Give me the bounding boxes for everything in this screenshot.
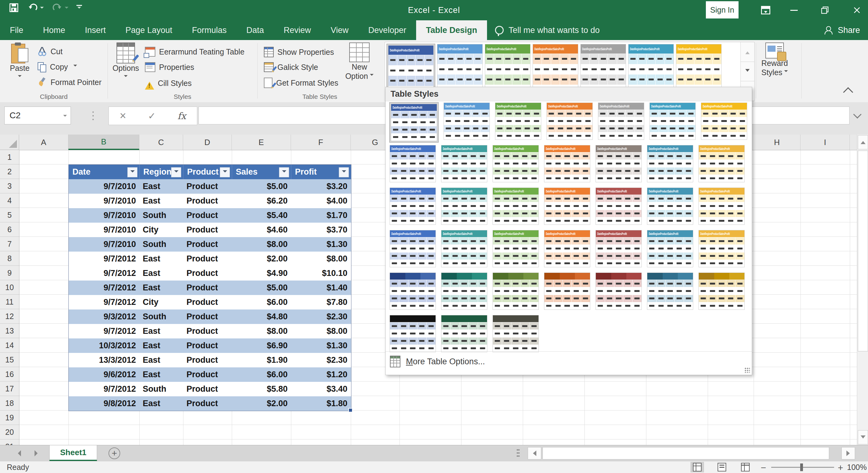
filter-button[interactable] xyxy=(279,167,289,177)
style-thumbnail-r5c6[interactable] xyxy=(647,273,693,310)
table-cell[interactable]: $5.40 xyxy=(232,208,291,223)
ribbon-tab-view[interactable]: View xyxy=(321,20,359,40)
table-cell[interactable]: $4.80 xyxy=(232,309,291,324)
row-header-19[interactable]: 19 xyxy=(0,410,19,425)
style-thumbnail-r4c4[interactable]: DateRegionProductSalesProfit xyxy=(544,230,590,267)
format-painter-button[interactable]: Format Pointer xyxy=(38,78,101,87)
row-header-16[interactable]: 16 xyxy=(0,367,19,381)
table-cell[interactable]: Product xyxy=(183,223,232,237)
table-cell[interactable]: $10.10 xyxy=(291,266,351,280)
table-cell[interactable]: $1.30 xyxy=(291,338,351,353)
table-cell[interactable]: City xyxy=(140,223,183,237)
style-thumbnail-r3c1[interactable]: DateRegionProductSalesProfit xyxy=(390,188,436,225)
style-thumbnail-r2c4[interactable]: DateRegionProductSalesProfit xyxy=(544,145,590,182)
table-cell[interactable]: $6.20 xyxy=(232,194,291,208)
tell-me-box[interactable]: Tell me what wants to do xyxy=(495,20,600,40)
table-cell[interactable]: Product xyxy=(183,251,232,266)
cancel-icon[interactable]: × xyxy=(120,109,126,122)
style-thumbnail-r4c6[interactable]: DateRegionProductSalesProfit xyxy=(647,230,693,267)
get-format-styles-button[interactable]: Get Format Styles xyxy=(264,78,338,88)
row-header-1[interactable]: 1 xyxy=(0,150,19,164)
add-sheet-button[interactable]: + xyxy=(108,447,120,459)
table-cell[interactable]: East xyxy=(140,367,183,382)
table-cell[interactable]: 9/3/2012 xyxy=(69,309,140,324)
style-thumbnail-r2c3[interactable]: DateRegionProductSalesProfit xyxy=(493,145,539,182)
table-cell[interactable]: $8.00 xyxy=(232,237,291,251)
properties-button[interactable]: Properties xyxy=(145,62,194,72)
table-cell[interactable]: East xyxy=(140,338,183,353)
table-cell[interactable]: $1.40 xyxy=(291,280,351,295)
style-thumbnail-r3c2[interactable]: DateRegionProductSalesProfit xyxy=(441,188,487,225)
panel-resize-grip[interactable] xyxy=(744,367,750,373)
row-header-18[interactable]: 18 xyxy=(0,396,19,410)
row-header-8[interactable]: 8 xyxy=(0,251,19,266)
column-header-i[interactable]: I xyxy=(801,135,850,150)
row-header-12[interactable]: 12 xyxy=(0,309,19,324)
table-cell[interactable]: $4.90 xyxy=(232,266,291,280)
table-cell[interactable]: 10/3/2012 xyxy=(69,338,140,353)
style-thumbnail-r4c3[interactable]: DateRegionProductSalesProfit xyxy=(493,230,539,267)
fill-handle[interactable] xyxy=(348,408,352,412)
table-cell[interactable]: 13/3/2012 xyxy=(69,353,140,367)
style-thumbnail-r5c2[interactable] xyxy=(441,273,487,310)
table-cell[interactable]: $1.20 xyxy=(291,367,351,382)
table-cell[interactable]: $6.00 xyxy=(232,367,291,382)
table-cell[interactable]: East xyxy=(140,280,183,295)
table-cell[interactable]: Product xyxy=(183,353,232,367)
gallery-scroll-up-button[interactable] xyxy=(741,42,754,62)
column-header-a[interactable]: A xyxy=(19,135,68,150)
new-option-button[interactable]: New Option xyxy=(342,42,377,81)
quick-style-button[interactable]: Galick Style xyxy=(264,62,318,72)
table-cell[interactable]: $1.90 xyxy=(232,353,291,367)
table-cell[interactable]: 9/7/2012 xyxy=(69,280,140,295)
table-cell[interactable]: 9/6/2012 xyxy=(69,367,140,382)
cell-styles-button[interactable]: Cill Styles xyxy=(145,77,192,90)
table-cell[interactable]: 9/7/2010 xyxy=(69,208,140,223)
style-thumbnail-r3c3[interactable]: DateRegionProductSalesProfit xyxy=(493,188,539,225)
table-cell[interactable]: 9/7/2012 xyxy=(69,266,140,280)
style-thumbnail-r2c5[interactable]: DateRegionProductSalesProfit xyxy=(595,145,642,182)
row-header-5[interactable]: 5 xyxy=(0,208,19,222)
ribbon-tab-developer[interactable]: Developer xyxy=(359,20,416,40)
table-cell[interactable]: East xyxy=(140,324,183,338)
ribbon-display-options-icon[interactable] xyxy=(754,0,777,20)
formula-bar-expand-icon[interactable] xyxy=(853,110,862,119)
style-thumbnail-r6c1[interactable] xyxy=(390,315,436,352)
share-button[interactable]: Share xyxy=(824,20,860,40)
options-button[interactable]: Options xyxy=(110,42,141,79)
style-thumbnail-r5c7[interactable] xyxy=(699,273,745,310)
style-thumbnail-r2c7[interactable]: DateRegionProductSalesProfit xyxy=(699,145,745,182)
view-page-break-icon[interactable] xyxy=(739,462,752,472)
sheet-nav-left-icon[interactable] xyxy=(18,450,21,457)
style-thumbnail-r6c3[interactable] xyxy=(493,315,539,352)
collapse-ribbon-icon[interactable] xyxy=(843,87,853,97)
close-button[interactable] xyxy=(846,0,868,20)
table-cell[interactable]: $1.80 xyxy=(291,396,351,411)
table-cell[interactable]: $7.80 xyxy=(291,295,351,309)
table-cell[interactable]: $8.00 xyxy=(232,324,291,338)
reward-styles-button[interactable]: Reward Styles xyxy=(758,42,792,77)
ribbon-tab-page-layout[interactable]: Page Layout xyxy=(116,20,182,40)
table-cell[interactable]: Product xyxy=(183,324,232,338)
row-header-11[interactable]: 11 xyxy=(0,295,19,309)
ribbon-tab-insert[interactable]: Insert xyxy=(75,20,116,40)
table-cell[interactable]: $3.70 xyxy=(291,223,351,237)
table-cell[interactable]: 9/7/2010 xyxy=(69,237,140,251)
table-cell[interactable]: $6.00 xyxy=(232,295,291,309)
table-cell[interactable]: East xyxy=(140,251,183,266)
style-thumbnail-r2c2[interactable]: DateRegionProductSalesProfit xyxy=(441,145,487,182)
table-cell[interactable]: Product xyxy=(183,382,232,396)
show-properties-button[interactable]: Show Properties xyxy=(264,47,334,57)
column-header-c[interactable]: C xyxy=(139,135,183,150)
ribbon-tab-file[interactable]: File xyxy=(0,20,33,40)
table-cell[interactable]: $5.80 xyxy=(232,382,291,396)
style-thumbnail-r1c1[interactable]: DateRegionProductSalesProfit xyxy=(391,104,437,141)
column-header-f[interactable]: F xyxy=(291,135,351,150)
table-cell[interactable]: Product xyxy=(183,367,232,382)
tab-scroll-handle[interactable] xyxy=(517,448,520,458)
hscroll-thumb[interactable] xyxy=(542,447,829,460)
gallery-scroll-down-button[interactable] xyxy=(741,62,754,81)
table-cell[interactable]: 9/7/2010 xyxy=(69,194,140,208)
style-thumbnail-r5c1[interactable] xyxy=(390,273,436,310)
table-cell[interactable]: 9/7/2010 xyxy=(69,223,140,237)
